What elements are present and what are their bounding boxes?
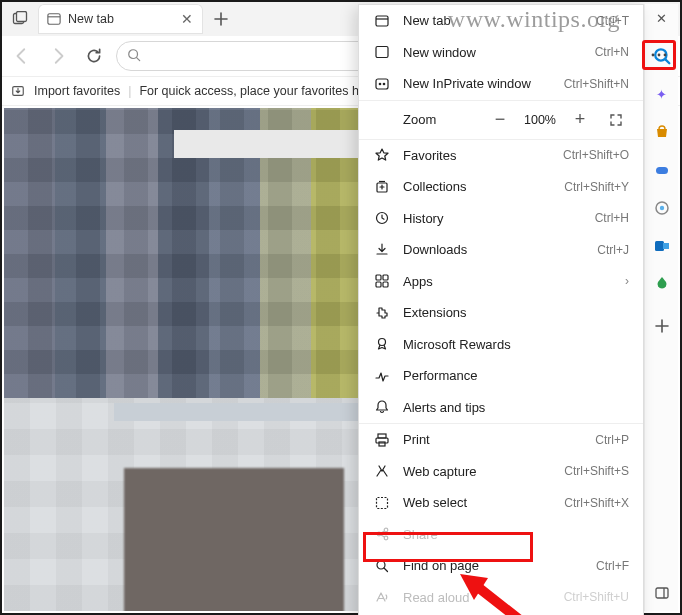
webselect-icon — [373, 494, 391, 512]
browser-tab[interactable]: New tab ✕ — [38, 4, 203, 34]
overflow-menu-button[interactable] — [642, 40, 676, 70]
svg-rect-13 — [663, 243, 669, 249]
svg-point-36 — [384, 536, 388, 540]
svg-rect-12 — [655, 241, 664, 251]
screenshot-frame: New tab ✕ Import favorites | — [0, 0, 682, 615]
menu-label: Find on page — [403, 558, 584, 573]
sidebar-add-icon[interactable] — [652, 316, 672, 336]
sidebar-close-icon[interactable]: ✕ — [652, 8, 672, 28]
sidebar-office-icon[interactable] — [652, 198, 672, 218]
menu-new-tab[interactable]: New tab Ctrl+T — [359, 5, 643, 37]
menu-shortcut: Ctrl+N — [595, 45, 629, 59]
menu-label: New window — [403, 45, 583, 60]
new-tab-button[interactable] — [209, 7, 233, 31]
chevron-right-icon: › — [625, 274, 629, 288]
svg-rect-30 — [378, 434, 386, 438]
menu-shortcut: Ctrl+T — [596, 14, 629, 28]
right-sidebar: ✕ ✦ — [644, 4, 678, 611]
svg-line-5 — [137, 58, 140, 61]
menu-label: Extensions — [403, 305, 629, 320]
svg-point-35 — [384, 528, 388, 532]
sidebar-settings-icon[interactable] — [652, 583, 672, 603]
new-tab-icon — [373, 12, 391, 30]
menu-shortcut: Ctrl+Shift+O — [563, 148, 629, 162]
menu-collections[interactable]: Collections Ctrl+Shift+Y — [359, 171, 643, 203]
menu-shortcut: Ctrl+Shift+N — [564, 77, 629, 91]
menu-shortcut: Ctrl+H — [595, 211, 629, 225]
menu-new-window[interactable]: New window Ctrl+N — [359, 37, 643, 69]
svg-rect-19 — [376, 79, 388, 89]
import-favorites-icon — [10, 83, 26, 99]
collections-icon — [373, 178, 391, 196]
tab-favicon-icon — [46, 11, 62, 27]
fullscreen-icon[interactable] — [603, 107, 629, 133]
svg-point-20 — [379, 82, 382, 85]
svg-point-11 — [659, 206, 663, 210]
refresh-button[interactable] — [80, 42, 108, 70]
svg-rect-25 — [376, 275, 381, 280]
menu-rewards[interactable]: Microsoft Rewards — [359, 329, 643, 361]
sidebar-shopping-icon[interactable] — [652, 122, 672, 142]
overflow-menu: New tab Ctrl+T New window Ctrl+N New InP… — [358, 4, 644, 615]
svg-rect-18 — [376, 47, 388, 58]
menu-shortcut: Ctrl+J — [597, 243, 629, 257]
svg-rect-33 — [377, 497, 388, 508]
menu-apps[interactable]: Apps › — [359, 266, 643, 298]
menu-label: Print — [403, 432, 583, 447]
menu-label: Web select — [403, 495, 552, 510]
forward-button[interactable] — [44, 42, 72, 70]
sidebar-discover-icon[interactable]: ✦ — [652, 84, 672, 104]
sidebar-games-icon[interactable] — [652, 160, 672, 180]
svg-rect-14 — [656, 588, 668, 598]
svg-rect-28 — [383, 282, 388, 287]
back-button[interactable] — [8, 42, 36, 70]
sidebar-drop-icon[interactable] — [652, 274, 672, 294]
menu-downloads[interactable]: Downloads Ctrl+J — [359, 234, 643, 266]
menu-label: Favorites — [403, 148, 551, 163]
svg-point-46 — [658, 54, 661, 57]
menu-label: Alerts and tips — [403, 400, 629, 415]
menu-label: Microsoft Rewards — [403, 337, 629, 352]
menu-label: Collections — [403, 179, 552, 194]
downloads-icon — [373, 241, 391, 259]
svg-rect-26 — [383, 275, 388, 280]
tab-actions-icon[interactable] — [8, 7, 32, 31]
menu-new-inprivate[interactable]: New InPrivate window Ctrl+Shift+N — [359, 68, 643, 100]
menu-extensions[interactable]: Extensions — [359, 297, 643, 329]
svg-point-34 — [377, 532, 381, 536]
sidebar-outlook-icon[interactable] — [652, 236, 672, 256]
menu-favorites[interactable]: Favorites Ctrl+Shift+O — [359, 140, 643, 172]
tab-close-icon[interactable]: ✕ — [179, 11, 195, 27]
menu-label: Downloads — [403, 242, 585, 257]
zoom-label: Zoom — [373, 112, 477, 127]
menu-alerts[interactable]: Alerts and tips — [359, 392, 643, 424]
menu-read-aloud: Read aloud Ctrl+Shift+U — [359, 582, 643, 614]
zoom-out-button[interactable]: − — [487, 107, 513, 133]
svg-point-45 — [652, 54, 655, 57]
menu-performance[interactable]: Performance — [359, 360, 643, 392]
menu-find[interactable]: Find on page Ctrl+F — [359, 550, 643, 582]
menu-label: Performance — [403, 368, 629, 383]
menu-shortcut: Ctrl+Shift+U — [564, 590, 629, 604]
rewards-icon — [373, 335, 391, 353]
menu-label: Web capture — [403, 464, 552, 479]
alerts-icon — [373, 398, 391, 416]
favorites-icon — [373, 146, 391, 164]
menu-history[interactable]: History Ctrl+H — [359, 203, 643, 235]
menu-web-capture[interactable]: Web capture Ctrl+Shift+S — [359, 456, 643, 488]
share-icon — [373, 525, 391, 543]
menu-web-select[interactable]: Web select Ctrl+Shift+X — [359, 487, 643, 519]
performance-icon — [373, 367, 391, 385]
menu-print[interactable]: Print Ctrl+P — [359, 424, 643, 456]
menu-label: History — [403, 211, 583, 226]
history-icon — [373, 209, 391, 227]
find-icon — [373, 557, 391, 575]
import-favorites-link[interactable]: Import favorites — [34, 84, 120, 98]
menu-label: Share — [403, 527, 629, 542]
menu-shortcut: Ctrl+Shift+X — [564, 496, 629, 510]
new-window-icon — [373, 43, 391, 61]
menu-shortcut: Ctrl+Shift+S — [564, 464, 629, 478]
zoom-in-button[interactable]: + — [567, 107, 593, 133]
menu-label: Read aloud — [403, 590, 552, 605]
svg-rect-9 — [656, 167, 668, 174]
